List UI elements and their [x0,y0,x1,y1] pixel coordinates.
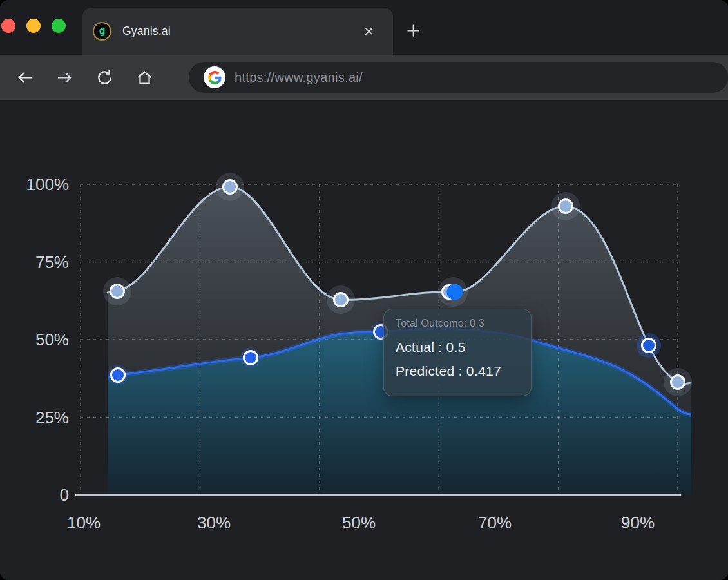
tooltip-predicted-row: Predicted : 0.417 [396,359,519,383]
new-tab-button[interactable] [406,23,421,38]
tab-strip: g Gyanis.ai [0,0,728,55]
url-text: https://www.gyanis.ai/ [235,70,363,85]
actual-point[interactable] [642,339,656,353]
actual-point[interactable] [671,376,685,389]
chart-tooltip: Total Outcome: 0.3 Actual : 0.5 Predicte… [383,309,532,396]
actual-point[interactable] [559,200,573,213]
actual-point[interactable] [224,180,237,194]
browser-window: g Gyanis.ai [0,0,728,580]
url-bar[interactable]: https://www.gyanis.ai/ [189,62,728,93]
x-axis-label: 50% [342,513,376,532]
tooltip-actual-row: Actual : 0.5 [396,335,519,359]
home-icon [135,68,155,88]
minimize-traffic-light[interactable] [26,19,41,33]
site-favicon-icon: g [93,22,111,41]
tooltip-title: Total Outcome: 0.3 [396,318,519,329]
y-axis-label: 0 [60,485,69,505]
y-axis-label: 100% [26,175,70,194]
prediction-chart: 100%75%50%25%010%30%50%70%90% [0,100,728,580]
reload-button[interactable] [90,63,119,92]
forward-arrow-icon [55,68,75,88]
zoom-traffic-light[interactable] [52,19,66,33]
google-logo-icon [204,66,225,88]
page-content: 100%75%50%25%010%30%50%70%90% Total Outc… [0,100,728,580]
traffic-lights [1,19,66,33]
forward-button[interactable] [50,63,79,92]
tab-title: Gyanis.ai [122,24,364,38]
tab-close-icon[interactable] [364,26,374,36]
favicon-letter: g [99,26,106,36]
browser-toolbar: https://www.gyanis.ai/ [0,55,728,100]
x-axis-label: 30% [197,513,231,532]
y-axis-label: 25% [35,408,69,427]
active-hovered-point[interactable] [447,284,463,300]
y-axis-label: 75% [35,253,69,272]
x-axis-label: 70% [478,513,512,532]
browser-tab[interactable]: g Gyanis.ai [82,8,393,55]
predicted-point[interactable] [244,351,258,365]
actual-point[interactable] [334,293,348,307]
y-axis-label: 50% [35,330,69,349]
reload-icon [95,68,115,88]
close-traffic-light[interactable] [1,19,15,33]
x-axis-label: 90% [621,513,655,532]
back-button[interactable] [10,63,39,92]
x-axis-label: 10% [67,513,101,532]
back-arrow-icon [15,68,35,88]
predicted-point[interactable] [111,369,125,382]
actual-point[interactable] [111,285,124,298]
home-button[interactable] [130,63,158,92]
